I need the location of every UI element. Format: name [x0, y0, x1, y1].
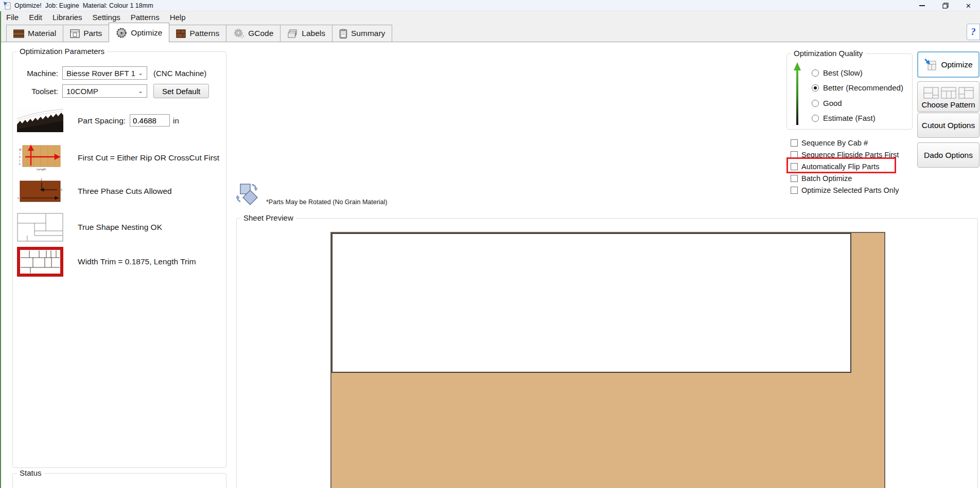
- machine-note: (CNC Machine): [153, 69, 206, 78]
- choose-pattern-button[interactable]: Choose Pattern: [917, 81, 979, 112]
- red-highlight-annotation: [786, 157, 896, 173]
- tab-gcode[interactable]: GCode: [226, 25, 281, 42]
- placed-part[interactable]: [331, 233, 851, 373]
- svg-text:i: i: [20, 152, 20, 155]
- machine-select[interactable]: Biesse Rover BFT 1 ⌄: [62, 66, 147, 80]
- menu-patterns[interactable]: Patterns: [126, 11, 165, 23]
- window-controls: ✕: [911, 0, 980, 11]
- minimize-icon: [919, 5, 925, 6]
- first-cut-row: W i d t h Length First Cut = Either Rip …: [17, 144, 238, 171]
- set-default-button[interactable]: Set Default: [153, 84, 209, 98]
- nesting-row: True Shape Nesting OK: [17, 213, 238, 242]
- tab-label: Patterns: [189, 29, 219, 38]
- parts-icon: [70, 29, 80, 38]
- checkbox-icon: [791, 139, 798, 147]
- tab-label: Optimize: [131, 28, 162, 38]
- pattern-thumbnails-icon: [923, 87, 974, 99]
- radio-icon: [812, 69, 819, 77]
- toolset-label: Toolset:: [19, 87, 58, 96]
- menu-settings[interactable]: Settings: [87, 11, 126, 23]
- patterns-icon: [176, 29, 186, 38]
- three-phase-text: Three Phase Cuts Allowed: [78, 187, 172, 196]
- machine-row: Machine: Biesse Rover BFT 1 ⌄ (CNC Machi…: [19, 66, 206, 80]
- sawblade-icon: [116, 28, 127, 38]
- tab-label: Summary: [351, 29, 385, 38]
- part-spacing-unit: in: [173, 116, 179, 125]
- toolset-select[interactable]: 10COMP ⌄: [62, 84, 147, 98]
- optimize-button[interactable]: Optimize: [917, 51, 979, 78]
- checkbox-sequence-by-cab[interactable]: Sequence By Cab #: [791, 137, 899, 149]
- radio-best-slow[interactable]: Best (Slow): [812, 68, 863, 77]
- tab-material[interactable]: Material: [6, 25, 63, 42]
- radio-better-recommended[interactable]: Better (Recommended): [812, 83, 903, 92]
- application-window: Optimize! Job: Eugine Material: Colour 1…: [0, 0, 980, 488]
- rotate-parts-icon: [236, 183, 260, 208]
- optimization-parameters-group: Optimization Parameters Machine: Biesse …: [12, 51, 226, 468]
- tab-label: Labels: [302, 29, 325, 38]
- labels-icon: [287, 29, 298, 38]
- radio-icon: [812, 84, 819, 92]
- menu-help[interactable]: Help: [165, 11, 191, 23]
- titlebar: Optimize! Job: Eugine Material: Colour 1…: [0, 0, 980, 11]
- first-cut-image: W i d t h Length: [17, 144, 63, 171]
- svg-text:h: h: [19, 162, 21, 166]
- three-phase-image: 2 3 1: [17, 178, 63, 204]
- quality-title: Optimization Quality: [791, 49, 865, 58]
- part-spacing-fields: Part Spacing:in: [78, 114, 179, 126]
- tab-label: Material: [28, 29, 56, 38]
- help-button[interactable]: ?: [967, 24, 980, 40]
- trim-image: [17, 247, 63, 277]
- tab-labels[interactable]: Labels: [280, 25, 332, 42]
- status-title: Status: [17, 468, 44, 477]
- rotate-note-text: *Parts May be Rotated (No Grain Material…: [266, 198, 388, 206]
- gear-icon: [233, 29, 244, 39]
- optimize-pattern-icon: [924, 58, 937, 71]
- restore-button[interactable]: [934, 0, 957, 11]
- plank-width-axis: W: [19, 148, 22, 151]
- main-content: Optimization Parameters Machine: Biesse …: [0, 42, 980, 488]
- tab-parts[interactable]: Parts: [63, 25, 109, 42]
- toolset-row: Toolset: 10COMP ⌄ Set Default: [19, 84, 209, 98]
- tab-summary[interactable]: Summary: [332, 25, 392, 42]
- quality-gradient-arrow-icon: [793, 62, 801, 127]
- sheet[interactable]: [330, 232, 885, 488]
- radio-good[interactable]: Good: [812, 99, 842, 107]
- tab-optimize[interactable]: Optimize: [109, 23, 169, 42]
- material-icon: [13, 29, 24, 38]
- plank-length-axis: Length: [37, 168, 46, 171]
- machine-value: Biesse Rover BFT 1: [66, 69, 135, 78]
- menu-file[interactable]: File: [1, 11, 24, 23]
- checkbox-optimize-selected-only[interactable]: Optimize Selected Parts Only: [791, 184, 899, 196]
- window-edge-strip: [0, 11, 1, 488]
- part-spacing-input[interactable]: [130, 114, 170, 126]
- minimize-button[interactable]: [911, 0, 934, 11]
- menubar: File Edit Libraries Settings Patterns He…: [0, 11, 980, 23]
- clipboard-icon: [339, 29, 347, 39]
- svg-text:1: 1: [18, 196, 19, 200]
- nesting-image: [17, 213, 63, 242]
- close-button[interactable]: ✕: [957, 0, 980, 11]
- part-spacing-label: Part Spacing:: [78, 116, 126, 125]
- menu-edit[interactable]: Edit: [24, 11, 47, 23]
- tab-label: GCode: [248, 29, 273, 38]
- first-cut-text: First Cut = Either Rip OR CrossCut First: [78, 153, 219, 162]
- trim-text: Width Trim = 0.1875, Length Trim = 0.187: [78, 257, 196, 266]
- svg-text:2: 2: [41, 178, 42, 181]
- cutout-options-button[interactable]: Cutout Options: [917, 113, 979, 138]
- part-spacing-row: Part Spacing:in: [17, 109, 238, 132]
- optimization-quality-group: Optimization Quality Best (Sl: [786, 53, 913, 130]
- tab-strip: Material Parts Optimize: [0, 23, 980, 42]
- checkbox-batch-optimize[interactable]: Batch Optimize: [791, 172, 899, 184]
- tab-patterns[interactable]: Patterns: [169, 25, 226, 42]
- saw-blade-image: [17, 109, 63, 132]
- radio-icon: [812, 115, 819, 122]
- menu-libraries[interactable]: Libraries: [47, 11, 87, 23]
- checkbox-icon: [791, 175, 798, 182]
- radio-estimate-fast[interactable]: Estimate (Fast): [812, 114, 876, 122]
- chevron-down-icon: ⌄: [138, 70, 143, 76]
- window-title: Optimize! Job: Eugine Material: Colour 1…: [14, 2, 153, 9]
- three-phase-row: 2 3 1 Three Phase Cuts Allowed: [17, 178, 238, 204]
- trim-row: Width Trim = 0.1875, Length Trim = 0.187: [17, 247, 238, 277]
- svg-text:3: 3: [61, 188, 62, 191]
- dado-options-button[interactable]: Dado Options: [917, 142, 979, 168]
